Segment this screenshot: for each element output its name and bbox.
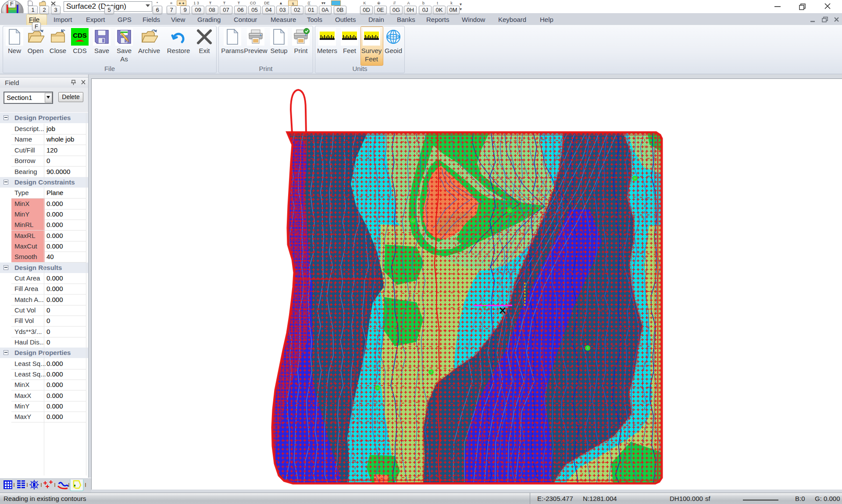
svg-text:CDS: CDS: [73, 32, 87, 39]
